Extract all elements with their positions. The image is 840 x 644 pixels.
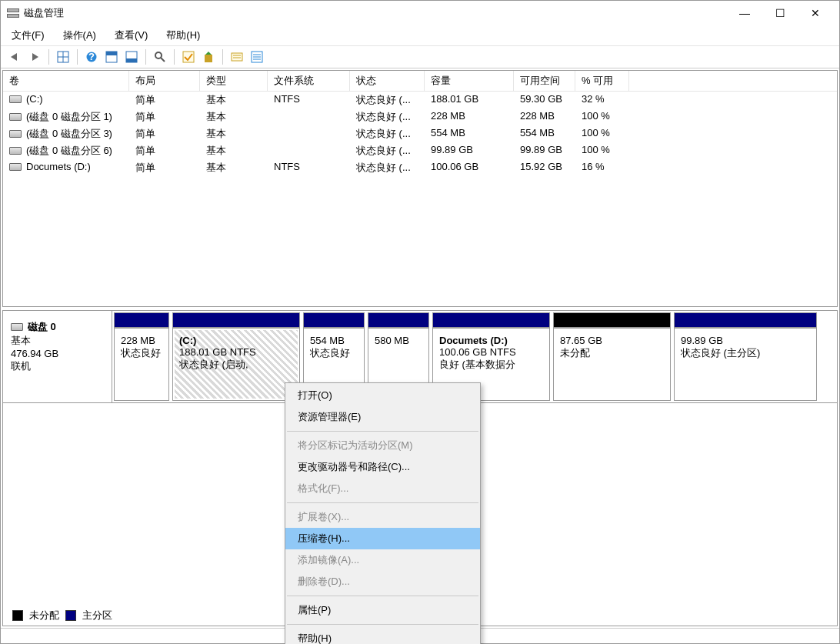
menu-view[interactable]: 查看(V) [110,27,152,44]
volume-type: 基本 [200,142,268,159]
partition-detail: 554 MB [310,335,358,346]
partition-status: 良好 (基本数据分 [439,358,543,372]
titlebar: 磁盘管理 — ☐ ✕ [1,1,839,25]
action-config-button[interactable] [228,48,246,66]
col-type[interactable]: 类型 [200,71,268,91]
volume-list-pane[interactable]: 卷 布局 类型 文件系统 状态 容量 可用空间 % 可用 (C:)简单基本NTF… [2,70,838,307]
view-split-button[interactable] [54,48,72,66]
volume-capacity: 100.06 GB [425,159,514,176]
action-check-button[interactable] [179,48,198,66]
ctx-extend: 扩展卷(X)... [285,506,480,528]
partition-band [674,312,817,328]
partition-band [553,312,671,328]
partition-band [368,312,429,328]
context-menu: 打开(O) 资源管理器(E) 将分区标记为活动分区(M) 更改驱动器号和路径(C… [285,382,481,644]
partition-detail: 580 MB [375,335,422,346]
volume-percent: 32 % [575,92,629,108]
volume-row[interactable]: (C:)简单基本NTFS状态良好 (...188.01 GB59.30 GB32… [3,92,837,108]
volume-status: 状态良好 (... [350,125,425,142]
volume-free: 228 MB [514,108,575,125]
svg-rect-8 [126,58,137,62]
col-free[interactable]: 可用空间 [514,71,575,91]
settings-button[interactable] [151,48,169,66]
disk-size: 476.94 GB [11,348,104,359]
volume-layout: 简单 [129,92,200,108]
disk-icon [11,323,23,331]
legend-swatch-primary [65,610,76,621]
volume-name: (C:) [26,93,43,105]
partition-block[interactable]: 87.65 GB未分配 [553,328,671,401]
partition-detail: 228 MB [121,335,162,346]
action-refresh-button[interactable] [199,48,218,66]
volume-name: (磁盘 0 磁盘分区 6) [26,145,112,156]
volume-type: 基本 [200,159,268,176]
volume-capacity: 554 MB [425,125,514,142]
menubar: 文件(F) 操作(A) 查看(V) 帮助(H) [1,25,839,45]
menu-action[interactable]: 操作(A) [58,27,101,44]
volume-icon [9,130,22,138]
ctx-explorer[interactable]: 资源管理器(E) [285,406,480,428]
volume-row[interactable]: Documets (D:)简单基本NTFS状态良好 (...100.06 GB1… [3,159,837,176]
legend-primary: 主分区 [82,609,112,622]
view-top-button[interactable] [102,48,121,66]
volume-name: (磁盘 0 磁盘分区 1) [26,111,112,122]
col-status[interactable]: 状态 [350,71,425,91]
volume-icon [9,147,22,155]
partition-block[interactable]: 228 MB状态良好 [114,328,169,401]
volume-status: 状态良好 (... [350,92,425,108]
ctx-change-letter[interactable]: 更改驱动器号和路径(C)... [285,456,480,478]
ctx-help[interactable]: 帮助(H) [285,628,480,644]
disk-label[interactable]: 磁盘 0 基本 476.94 GB 联机 [3,311,112,402]
ctx-mirror: 添加镜像(A)... [285,549,480,571]
volume-percent: 16 % [575,159,629,176]
volume-layout: 简单 [129,159,200,176]
partition-detail: 99.89 GB [681,335,810,346]
partition-block[interactable]: 99.89 GB状态良好 (主分区) [674,328,817,401]
ctx-mark-active: 将分区标记为活动分区(M) [285,435,480,456]
ctx-open[interactable]: 打开(O) [285,385,480,406]
volume-type: 基本 [200,92,268,108]
partition-status: 未分配 [560,346,664,360]
partition-block[interactable]: (C:)188.01 GB NTFS状态良好 (启动, [172,328,300,401]
volume-status: 状态良好 (... [350,159,425,176]
svg-point-9 [155,52,162,58]
partition-band [114,312,169,328]
close-button[interactable]: ✕ [798,1,833,25]
menu-file[interactable]: 文件(F) [7,27,49,44]
nav-forward-button[interactable] [25,48,44,66]
volume-row[interactable]: (磁盘 0 磁盘分区 1)简单基本状态良好 (...228 MB228 MB10… [3,108,837,125]
col-filesystem[interactable]: 文件系统 [268,71,350,91]
volume-percent: 100 % [575,108,629,125]
view-bottom-button[interactable] [122,48,141,66]
partition-title: (C:) [179,335,293,346]
volume-layout: 简单 [129,125,200,142]
volume-layout: 简单 [129,108,200,125]
col-capacity[interactable]: 容量 [425,71,514,91]
volume-capacity: 99.89 GB [425,142,514,159]
volume-list-header: 卷 布局 类型 文件系统 状态 容量 可用空间 % 可用 [3,71,837,92]
partition-detail: 87.65 GB [560,335,664,346]
ctx-properties[interactable]: 属性(P) [285,599,480,621]
disk-name: 磁盘 0 [28,321,56,332]
volume-row[interactable]: (磁盘 0 磁盘分区 3)简单基本状态良好 (...554 MB554 MB10… [3,125,837,142]
col-volume[interactable]: 卷 [3,71,129,91]
col-layout[interactable]: 布局 [129,71,200,91]
partition-status: 状态良好 [310,346,358,360]
ctx-format: 格式化(F)... [285,478,480,499]
volume-icon [9,113,22,121]
nav-back-button[interactable] [5,48,24,66]
menu-help[interactable]: 帮助(H) [162,27,205,44]
action-list-button[interactable] [248,48,266,66]
partition-status: 状态良好 (启动, [179,358,293,372]
partition-status: 状态良好 (主分区) [681,346,810,360]
volume-layout: 简单 [129,142,200,159]
partition-band [432,312,550,328]
maximize-button[interactable]: ☐ [762,1,798,25]
legend-swatch-unallocated [12,610,23,621]
col-percent[interactable]: % 可用 [575,71,629,91]
window-title: 磁盘管理 [24,6,64,20]
minimize-button[interactable]: — [727,1,762,25]
help-button[interactable]: ? [82,48,101,66]
volume-row[interactable]: (磁盘 0 磁盘分区 6)简单基本状态良好 (...99.89 GB99.89 … [3,142,837,159]
ctx-shrink[interactable]: 压缩卷(H)... [285,528,480,549]
